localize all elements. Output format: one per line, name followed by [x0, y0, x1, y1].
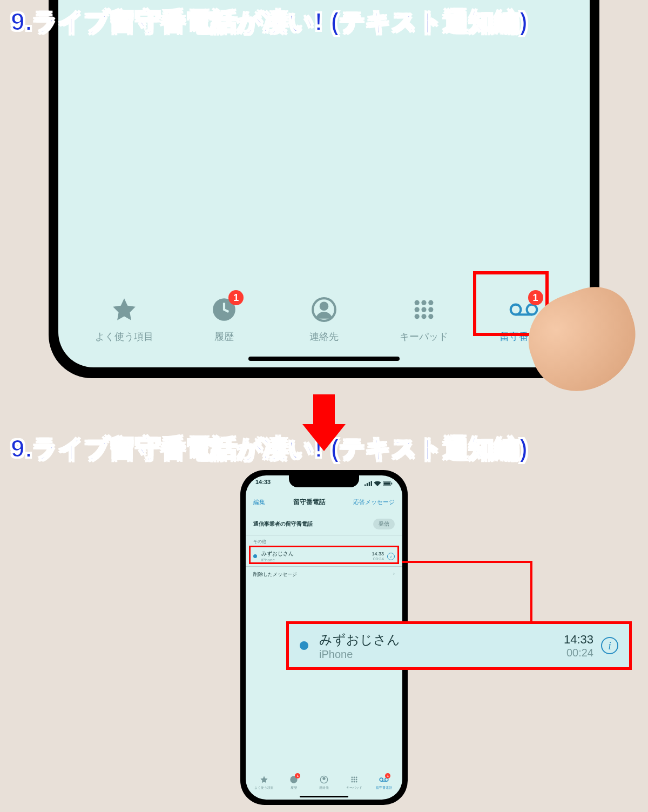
keypad-icon — [409, 294, 439, 325]
title-banner-top: 9.ライブ留守番電話が凄い! (テキスト通知編) — [11, 5, 528, 39]
svg-point-33 — [353, 781, 355, 782]
deleted-label: 削除したメッセージ — [253, 571, 297, 578]
caller-name: みずおじさん — [319, 631, 564, 648]
keypad-icon — [349, 775, 359, 784]
svg-point-25 — [323, 777, 325, 780]
home-indicator[interactable] — [248, 357, 400, 361]
voicemail-icon: 1 — [379, 775, 389, 784]
svg-point-28 — [355, 776, 357, 778]
home-indicator[interactable] — [300, 796, 348, 797]
phone-frame-top: よく使う項目 1 履歴 連絡先 — [49, 0, 599, 378]
tab-label: 履歴 — [214, 330, 234, 343]
person-icon — [309, 294, 339, 325]
clock-icon: 1 — [209, 294, 239, 325]
svg-point-2 — [321, 303, 328, 310]
tab-recents[interactable]: 1 履歴 — [280, 775, 307, 790]
svg-point-32 — [351, 781, 353, 782]
person-icon — [319, 775, 329, 784]
section-header: その他 — [246, 535, 402, 546]
deleted-messages-row[interactable]: 削除したメッセージ › — [246, 567, 402, 582]
arrow-down-icon — [297, 394, 351, 454]
tab-favorites[interactable]: よく使う項目 — [251, 775, 278, 790]
svg-rect-21 — [384, 482, 390, 485]
badge: 1 — [228, 290, 244, 305]
chevron-right-icon: › — [393, 571, 395, 578]
tab-voicemail[interactable]: 1 留守番電話 — [370, 775, 397, 790]
connector-line — [402, 561, 531, 563]
svg-rect-18 — [369, 482, 370, 486]
tab-contacts[interactable]: 連絡先 — [310, 775, 338, 790]
notch — [289, 475, 359, 487]
svg-rect-22 — [392, 483, 393, 485]
connector-line — [530, 561, 532, 623]
call-button[interactable]: 発信 — [373, 519, 395, 529]
tab-keypad[interactable]: キーパッド — [341, 775, 368, 790]
svg-rect-16 — [364, 485, 366, 486]
greeting-button[interactable]: 応答メッセージ — [353, 498, 395, 506]
carrier-label: 通信事業者の留守番電話 — [253, 520, 313, 528]
svg-point-3 — [414, 300, 419, 305]
svg-point-6 — [414, 307, 419, 312]
carrier-voicemail-row[interactable]: 通信事業者の留守番電話 発信 — [246, 513, 402, 535]
status-time: 14:33 — [255, 479, 271, 488]
svg-point-9 — [414, 314, 419, 319]
call-duration: 00:24 — [564, 647, 593, 659]
call-time: 14:33 — [564, 633, 593, 647]
callout-box: みずおじさん iPhone 14:33 00:24 i — [286, 621, 632, 670]
tab-bar-bottom: よく使う項目 1 履歴 連絡先 キーパッド 1 留守番電話 — [246, 769, 402, 795]
tab-favorites[interactable]: よく使う項目 — [86, 294, 162, 343]
svg-point-26 — [351, 776, 353, 778]
unread-dot-icon — [300, 641, 308, 650]
svg-rect-15 — [313, 394, 335, 424]
tab-contacts[interactable]: 連絡先 — [286, 294, 362, 343]
star-icon — [109, 294, 139, 325]
nav-header: 編集 留守番電話 応答メッセージ — [246, 494, 402, 510]
svg-point-34 — [355, 781, 357, 782]
svg-point-31 — [355, 779, 357, 780]
svg-point-11 — [428, 314, 433, 319]
caller-device: iPhone — [319, 648, 564, 661]
tab-recents[interactable]: 1 履歴 — [186, 294, 262, 343]
phone-screen-top: よく使う項目 1 履歴 連絡先 — [58, 0, 590, 367]
svg-point-4 — [421, 300, 426, 305]
svg-point-7 — [421, 307, 426, 312]
clock-icon: 1 — [289, 775, 299, 784]
tab-keypad[interactable]: キーパッド — [386, 294, 462, 343]
tab-label: 連絡先 — [309, 330, 339, 343]
nav-title: 留守番電話 — [293, 498, 326, 507]
wifi-icon — [374, 481, 381, 486]
svg-rect-17 — [367, 483, 368, 486]
svg-point-10 — [421, 314, 426, 319]
svg-point-5 — [428, 300, 433, 305]
svg-point-30 — [353, 779, 355, 780]
info-icon[interactable]: i — [601, 637, 618, 654]
battery-icon — [383, 481, 393, 486]
tab-label: キーパッド — [400, 330, 448, 343]
highlight-box-small — [249, 546, 399, 564]
svg-point-27 — [353, 776, 355, 778]
svg-rect-19 — [371, 481, 372, 486]
tab-label: よく使う項目 — [95, 330, 153, 343]
svg-point-29 — [351, 779, 353, 780]
signal-icon — [364, 481, 372, 486]
svg-point-8 — [428, 307, 433, 312]
title-banner-bottom: 9.ライブ留守番電話が凄い! (テキスト通知編) — [11, 432, 528, 466]
svg-point-35 — [380, 778, 383, 781]
star-icon — [259, 775, 269, 784]
edit-button[interactable]: 編集 — [253, 498, 265, 506]
